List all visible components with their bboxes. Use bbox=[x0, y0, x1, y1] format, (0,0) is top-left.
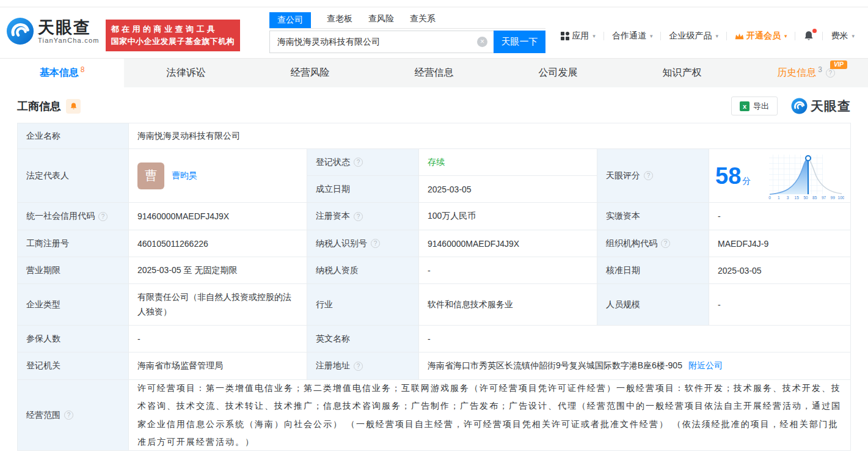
help-icon[interactable] bbox=[371, 239, 380, 248]
nearby-companies-link[interactable]: 附近公司 bbox=[688, 360, 723, 371]
establish-date-label: 成立日期 bbox=[307, 176, 419, 202]
reg-address-cell: 海南省海口市秀英区长流镇仲韶街9号复兴城国际数字港B座6楼-905 附近公司 bbox=[419, 352, 850, 379]
brand-domain: TianYanCha.com bbox=[38, 37, 100, 44]
help-icon[interactable] bbox=[98, 212, 108, 221]
divider bbox=[822, 32, 823, 40]
notification-bell[interactable] bbox=[803, 31, 814, 42]
divider bbox=[795, 32, 795, 40]
crown-icon bbox=[735, 32, 744, 40]
help-icon[interactable] bbox=[64, 411, 73, 420]
score-unit: 分 bbox=[742, 176, 751, 186]
establish-date-value: 2025-03-05 bbox=[419, 176, 597, 202]
industry-value: 软件和信息技术服务业 bbox=[419, 284, 597, 325]
nav-vip-upgrade[interactable]: 开通会员 ▾ bbox=[735, 31, 787, 42]
credit-code-label: 统一社会信用代码 bbox=[18, 203, 129, 230]
company-name-label: 企业名称 bbox=[18, 123, 129, 148]
table-row: 登记机关 海南省市场监督管理局 注册地址 海南省海口市秀英区长流镇仲韶街9号复兴… bbox=[18, 352, 850, 380]
tianyancha-logo[interactable]: 天眼查 TianYanCha.com bbox=[6, 17, 100, 45]
search-tab-relation[interactable]: 查关系 bbox=[410, 11, 436, 28]
credit-code-label-text: 统一社会信用代码 bbox=[26, 211, 95, 222]
svg-text:0: 0 bbox=[768, 195, 771, 200]
reg-number-value: 460105011266226 bbox=[129, 230, 307, 257]
tab-history[interactable]: VIP 历史信息 3 bbox=[744, 59, 868, 87]
business-term-value: 2025-03-05 至 无固定期限 bbox=[129, 257, 307, 283]
divider bbox=[726, 32, 727, 40]
legal-rep-cell: 曹 曹昀昊 bbox=[129, 149, 307, 202]
site-header: 天眼查 TianYanCha.com 都在用的商业查询工具 国家中小企业发展子基… bbox=[0, 7, 868, 58]
clear-icon[interactable]: × bbox=[477, 37, 487, 47]
insured-label: 参保人数 bbox=[18, 326, 129, 352]
english-name-value: - bbox=[419, 326, 850, 352]
nav-apps[interactable]: 应用 ▾ bbox=[561, 31, 596, 42]
tab-development-label: 公司发展 bbox=[539, 67, 578, 79]
reg-address-value: 海南省海口市秀英区长流镇仲韶街9号复兴城国际数字港B座6楼-905 bbox=[428, 360, 682, 371]
company-tabs: 基本信息 8 法律诉讼 经营风险 经营信息 公司发展 知识产权 VIP 历史信息… bbox=[0, 58, 868, 87]
taxpayer-id-label: 纳税人识别号 bbox=[307, 230, 419, 257]
watermark-brand-text: 天眼查 bbox=[811, 98, 851, 115]
svg-text:99: 99 bbox=[831, 195, 836, 200]
search-input[interactable] bbox=[269, 31, 494, 53]
chevron-down-icon: ▾ bbox=[852, 33, 855, 39]
section-title: 工商信息 bbox=[17, 99, 61, 114]
score-cell[interactable]: 58分 0 1 3 15 bbox=[709, 149, 850, 202]
reg-status-value: 存续 bbox=[419, 149, 597, 175]
subscribe-bell-button[interactable] bbox=[66, 99, 81, 114]
reg-capital-label-text: 注册资本 bbox=[316, 211, 350, 222]
help-icon[interactable] bbox=[354, 362, 363, 371]
search-button[interactable]: 天眼一下 bbox=[494, 31, 545, 53]
table-row: 统一社会信用代码 91460000MAEDFJ4J9X 注册资本 100万人民币… bbox=[18, 203, 850, 230]
table-row: 经营范围 许可经营项目：第一类增值电信业务；第二类增值电信业务；互联网游戏服务（… bbox=[18, 380, 850, 450]
legal-rep-label: 法定代表人 bbox=[18, 149, 129, 202]
svg-text:3: 3 bbox=[787, 195, 789, 200]
search-tab-boss[interactable]: 查老板 bbox=[327, 11, 352, 28]
search-tab-company[interactable]: 查公司 bbox=[269, 12, 311, 28]
company-name-value: 海南悦海灵动科技有限公司 bbox=[129, 123, 850, 148]
nav-vip-label: 开通会员 bbox=[746, 31, 781, 42]
insured-value: - bbox=[129, 326, 307, 352]
help-icon[interactable] bbox=[354, 212, 363, 221]
score-label: 天眼评分 bbox=[597, 149, 709, 202]
nav-user[interactable]: 费米 ▾ bbox=[831, 31, 855, 42]
nav-enterprise-label: 企业级产品 bbox=[669, 31, 712, 42]
taxpayer-id-label-text: 纳税人识别号 bbox=[316, 238, 367, 249]
credit-code-value: 91460000MAEDFJ4J9X bbox=[129, 203, 307, 230]
svg-text:50: 50 bbox=[803, 195, 808, 200]
brand-swirl-icon bbox=[791, 98, 808, 114]
tab-development[interactable]: 公司发展 bbox=[496, 59, 620, 87]
tab-basic-label: 基本信息 bbox=[40, 67, 79, 79]
nav-cooperation-label: 合作通道 bbox=[612, 31, 646, 42]
nav-cooperation[interactable]: 合作通道 ▾ bbox=[612, 31, 653, 42]
help-icon[interactable] bbox=[354, 158, 363, 167]
chevron-down-icon: ▾ bbox=[593, 33, 596, 39]
reg-capital-label: 注册资本 bbox=[307, 203, 419, 230]
approval-date-value: 2025-03-05 bbox=[709, 257, 850, 283]
score-number: 58 bbox=[715, 163, 741, 189]
score-distribution-chart: 0 1 3 15 50 85 97 99 100 bbox=[767, 152, 844, 200]
tab-legal-label: 法律诉讼 bbox=[167, 67, 206, 79]
tab-operation-label: 经营信息 bbox=[415, 67, 454, 79]
nav-enterprise[interactable]: 企业级产品 ▾ bbox=[669, 31, 718, 42]
tab-basic-count: 8 bbox=[81, 65, 85, 74]
search-tab-risk[interactable]: 查风险 bbox=[368, 11, 394, 28]
business-scope-value: 许可经营项目：第一类增值电信业务；第二类增值电信业务；互联网游戏服务（许可经营项… bbox=[129, 380, 850, 450]
export-button[interactable]: x 导出 bbox=[731, 97, 778, 115]
nav-apps-label: 应用 bbox=[572, 31, 589, 42]
help-icon[interactable] bbox=[661, 239, 670, 248]
help-icon[interactable] bbox=[826, 68, 835, 78]
tab-legal[interactable]: 法律诉讼 bbox=[124, 59, 248, 87]
english-name-label: 英文名称 bbox=[307, 326, 419, 352]
tab-basic-info[interactable]: 基本信息 8 bbox=[0, 59, 124, 87]
tab-operating-info[interactable]: 经营信息 bbox=[372, 59, 496, 87]
tab-history-count: 3 bbox=[818, 65, 822, 74]
search-tabs: 查公司 查老板 查风险 查关系 bbox=[269, 11, 545, 29]
tab-operating-risk[interactable]: 经营风险 bbox=[248, 59, 372, 87]
score-value: 58分 bbox=[715, 164, 751, 188]
business-scope-label-text: 经营范围 bbox=[26, 410, 60, 421]
taxpayer-quality-label: 纳税人资质 bbox=[307, 257, 419, 283]
help-icon[interactable] bbox=[644, 171, 653, 180]
legal-rep-link[interactable]: 曹昀昊 bbox=[172, 170, 197, 181]
tab-ip[interactable]: 知识产权 bbox=[620, 59, 744, 87]
section-header: 工商信息 x 导出 天眼查 bbox=[0, 87, 868, 123]
chevron-down-icon: ▾ bbox=[784, 33, 787, 39]
avatar: 曹 bbox=[137, 162, 164, 189]
